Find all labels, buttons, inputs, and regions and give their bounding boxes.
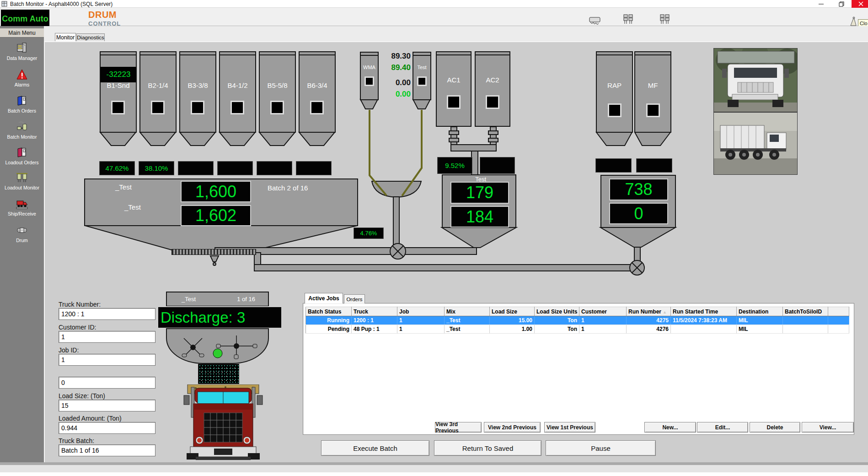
bin-b2[interactable]: B2-1/4: [139, 51, 177, 133]
execute-batch-button[interactable]: Execute Batch: [321, 440, 429, 456]
cell-truck: 48 Pup : 1: [352, 325, 397, 334]
bin-wma[interactable]: WMA: [360, 52, 379, 100]
cell-destination: MIL: [737, 316, 783, 325]
jobs-table-header-row: Batch Status Truck Job Mix Load Size Loa…: [306, 307, 849, 316]
bin-b2-label: B2-1/4: [140, 81, 176, 89]
bin-b4[interactable]: B4-1/2: [219, 51, 256, 133]
form-label-job-id: Job ID:: [59, 346, 79, 354]
tare-input[interactable]: [59, 377, 155, 389]
scale-actual-display: 1,602: [181, 205, 251, 226]
cell-truck: 1200 : 1: [352, 316, 397, 325]
cell-mix: _Test: [445, 325, 490, 334]
edit-button[interactable]: Edit...: [697, 422, 748, 433]
tank-ac1[interactable]: AC1: [436, 51, 472, 127]
moisture-display: 4.76%: [354, 227, 384, 239]
col-batch-to-silo-id[interactable]: BatchToSiloID: [783, 307, 828, 316]
bin-b4-gate: [230, 101, 244, 114]
cell-run-started: 11/5/2024 7:38:23 AM: [671, 316, 737, 325]
pause-button[interactable]: Pause: [546, 440, 656, 456]
truck-photo-bottom: [713, 112, 798, 175]
col-mix[interactable]: Mix: [445, 307, 490, 316]
execute-batch-label: Execute Batch: [353, 444, 397, 452]
cell-run-number: 4276: [627, 325, 671, 334]
bin-mf[interactable]: MF: [634, 51, 671, 133]
bin-b6-gate: [310, 101, 324, 114]
ac-blank-display: [480, 157, 515, 174]
col-load-size-units[interactable]: Load Size Units: [535, 307, 579, 316]
bin-b2-gate: [151, 101, 165, 114]
job-row-pending[interactable]: Pending 48 Pup : 1 1 _Test 1.00 Ton 1 42…: [306, 325, 849, 334]
bin-test-gate: [417, 76, 427, 86]
col-truck[interactable]: Truck: [352, 307, 397, 316]
truck-photo-top: [713, 48, 798, 112]
bin-b6[interactable]: B6-3/4: [299, 51, 336, 133]
bin-b1-count-value: -32223: [107, 70, 131, 79]
tab-orders-label: Orders: [346, 297, 362, 302]
bin-test-label: Test: [413, 65, 430, 70]
bin-test[interactable]: Test: [413, 52, 431, 100]
scale-actual-value: 1,602: [195, 206, 236, 225]
bin-mf-label: MF: [635, 81, 670, 89]
ac-actual-display: 184: [450, 206, 509, 227]
form-label-truck-batch: Truck Batch:: [59, 437, 94, 444]
loaded-amount-input[interactable]: [59, 422, 155, 434]
tank-ac1-label: AC1: [437, 76, 471, 84]
col-load-size[interactable]: Load Size: [490, 307, 535, 316]
col-batch-status[interactable]: Batch Status: [306, 307, 352, 316]
col-job[interactable]: Job: [397, 307, 445, 316]
return-to-saved-button[interactable]: Return To Saved: [434, 440, 541, 456]
cell-batch-to-silo: [783, 316, 828, 325]
cell-spare: [828, 325, 849, 334]
cell-job: 1: [397, 325, 445, 334]
delete-button-label: Delete: [766, 424, 783, 431]
col-destination[interactable]: Destination: [737, 307, 783, 316]
batch-monitor-window: Batch Monitor - Asphalt4000 (SQL Server)…: [0, 0, 868, 476]
bin-b3[interactable]: B3-3/8: [179, 51, 216, 133]
bin-b3-gate: [191, 101, 204, 114]
jobs-table: Batch Status Truck Job Mix Load Size Loa…: [305, 307, 849, 334]
ac-actual-value: 184: [466, 207, 493, 227]
job-row-running[interactable]: Running 1200 : 1 1 _Test 15.00 Ton 1 427…: [306, 316, 849, 325]
bin-b1-count-display: -32223: [101, 67, 136, 82]
view-button[interactable]: View...: [802, 422, 854, 433]
tank-ac2-valve: [486, 95, 499, 109]
bin-b5[interactable]: B5-5/8: [259, 51, 296, 133]
form-label-customer-id: Customer ID:: [59, 324, 96, 331]
ac-percent-display: 9.52%: [437, 157, 472, 174]
col-run-started-time[interactable]: Run Started Time: [671, 307, 737, 316]
taskbar-strip: [0, 472, 868, 476]
rap-target-display: 738: [609, 178, 668, 200]
tank-ac2-label: AC2: [476, 76, 509, 84]
view-3rd-previous-button[interactable]: View 3rd Previous: [435, 422, 482, 433]
tank-ac2[interactable]: AC2: [475, 51, 510, 127]
new-button[interactable]: New...: [644, 422, 696, 433]
discharge-mechanism: [170, 335, 265, 362]
bin-b6-percent-display: [296, 161, 332, 175]
truck-graphic: [182, 384, 264, 460]
truck-number-input[interactable]: [59, 308, 155, 320]
bin-rap-gate: [608, 103, 622, 117]
col-run-number[interactable]: Run Number▲: [627, 307, 671, 316]
scale-target-display: 1,600: [181, 181, 251, 202]
form-label-truck-number: Truck Number:: [59, 301, 101, 308]
bin-b1[interactable]: B1-Snd: [100, 51, 137, 133]
cell-mix: _Test: [445, 316, 490, 325]
form-label-loaded-amount: Loaded Amount: (Ton): [59, 415, 122, 422]
load-size-input[interactable]: [59, 400, 155, 411]
view-1st-previous-button[interactable]: View 1st Previous: [544, 422, 595, 433]
delete-button[interactable]: Delete: [750, 422, 800, 433]
customer-id-input[interactable]: [59, 331, 155, 343]
aggregate-scale-box: _Test 1,600 Batch 2 of 16 _Test 1,602: [84, 178, 358, 226]
view-2nd-previous-button[interactable]: View 2nd Previous: [484, 422, 541, 433]
bin-b4-label: B4-1/2: [220, 81, 255, 89]
tab-active-jobs[interactable]: Active Jobs: [305, 293, 343, 303]
truck-photo-top-image: [714, 49, 798, 112]
job-id-input[interactable]: [59, 354, 155, 366]
truck-batch-input[interactable]: [59, 444, 155, 456]
view-2nd-previous-label: View 2nd Previous: [488, 424, 536, 431]
tab-orders[interactable]: Orders: [344, 294, 365, 303]
bin-rap[interactable]: RAP: [596, 51, 633, 133]
cell-status: Running: [306, 316, 352, 325]
additive-target1: 89.30: [377, 50, 411, 62]
col-customer[interactable]: Customer: [579, 307, 627, 316]
